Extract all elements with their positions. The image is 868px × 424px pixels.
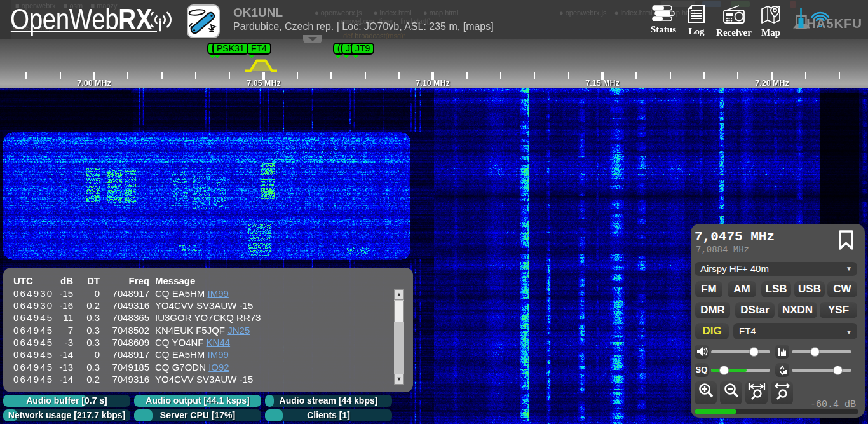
svg-text:HA5KFU: HA5KFU [806,16,862,31]
